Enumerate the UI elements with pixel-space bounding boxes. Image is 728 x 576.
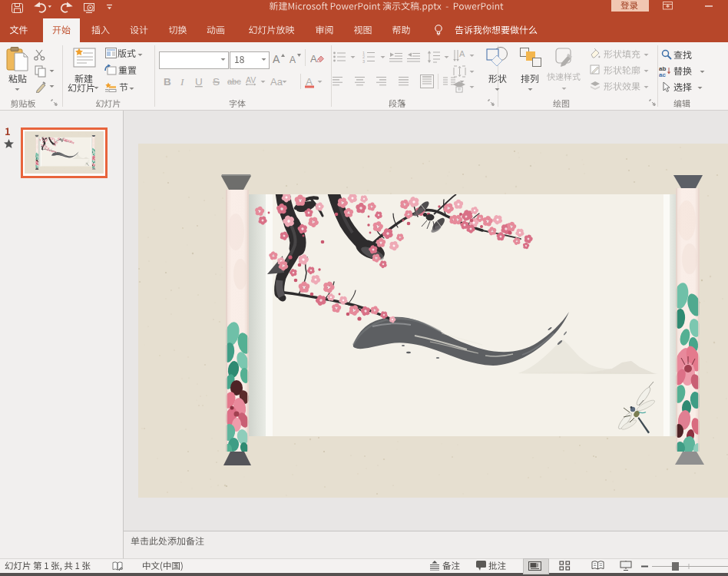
svg-text:S: S [213,76,220,88]
svg-text:U: U [195,76,203,88]
svg-text:ac: ac [659,71,666,77]
svg-text:A: A [459,49,465,58]
svg-text:A: A [290,55,296,65]
svg-text:I: I [180,76,185,88]
svg-text:A: A [310,53,317,65]
svg-text:abc: abc [227,77,241,86]
svg-text:B: B [164,76,171,88]
svg-text:A: A [273,53,280,65]
svg-text:AV: AV [246,75,256,84]
svg-text:3: 3 [362,59,365,64]
